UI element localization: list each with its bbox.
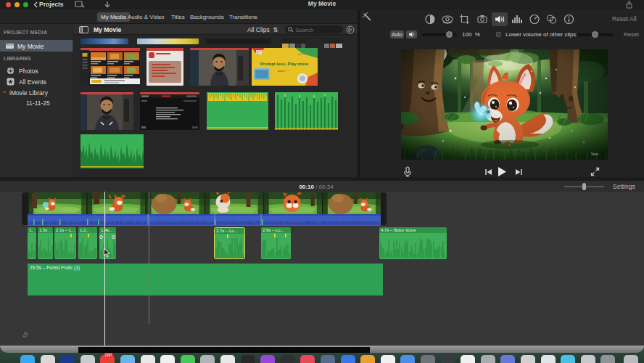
svg-text:www t ~~~: www t ~~~ bbox=[277, 69, 292, 73]
svg-text:Prompt less, Play more: Prompt less, Play more bbox=[260, 62, 309, 66]
svg-text:~w~: ~w~ bbox=[297, 52, 302, 56]
svg-text:Veo: Veo bbox=[591, 152, 599, 156]
